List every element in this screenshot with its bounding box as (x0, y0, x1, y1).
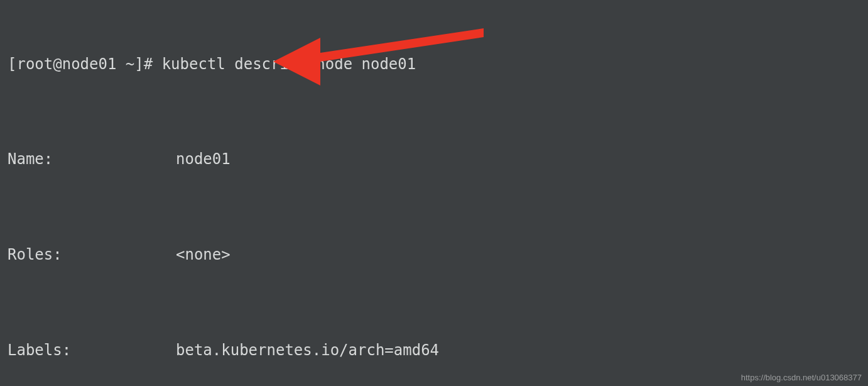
command-line: [root@node01 ~]# kubectl describe node n… (8, 53, 860, 77)
row-labels-0: Labels:beta.kubernetes.io/arch=amd64 (8, 339, 860, 363)
value-labels-0: beta.kubernetes.io/arch=amd64 (176, 339, 842, 363)
value-roles: <none> (176, 243, 842, 267)
value-name: node01 (176, 148, 842, 172)
row-roles: Roles:<none> (8, 243, 860, 267)
shell-command: kubectl describe node node01 (162, 55, 416, 73)
label-name: Name: (8, 148, 176, 172)
label-roles: Roles: (8, 243, 176, 267)
terminal-output[interactable]: [root@node01 ~]# kubectl describe node n… (0, 0, 868, 386)
row-name: Name:node01 (8, 148, 860, 172)
watermark-text: https://blog.csdn.net/u013068377 (741, 373, 862, 382)
label-labels: Labels: (8, 339, 176, 363)
shell-prompt: [root@node01 ~]# (8, 55, 162, 73)
